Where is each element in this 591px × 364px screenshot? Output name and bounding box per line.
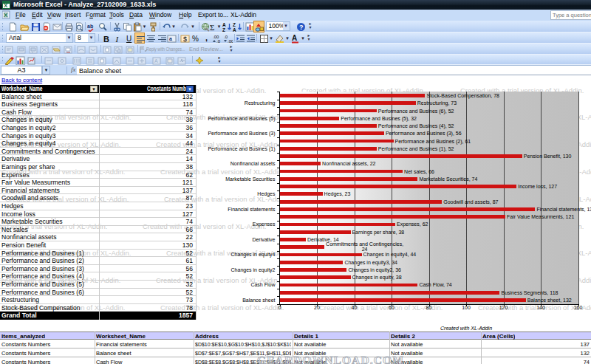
svg-text:Z: Z bbox=[222, 27, 225, 32]
svg-text:Σ: Σ bbox=[210, 23, 214, 32]
svg-text:Z: Z bbox=[233, 22, 236, 27]
svg-text:a: a bbox=[169, 36, 172, 41]
svg-text:ab: ab bbox=[87, 24, 93, 29]
svg-text:A: A bbox=[292, 34, 297, 42]
svg-text:U: U bbox=[126, 35, 131, 43]
svg-text:X: X bbox=[4, 2, 8, 9]
svg-text:I: I bbox=[115, 35, 119, 44]
svg-text:$: $ bbox=[183, 35, 187, 43]
svg-text:?: ? bbox=[299, 24, 304, 31]
svg-text:,: , bbox=[205, 34, 208, 42]
svg-text:A: A bbox=[154, 58, 158, 63]
svg-text:X: X bbox=[4, 12, 8, 18]
svg-text:%: % bbox=[192, 35, 199, 43]
svg-text:A: A bbox=[222, 22, 226, 27]
svg-text:B: B bbox=[103, 35, 109, 44]
svg-text:A: A bbox=[233, 27, 236, 32]
